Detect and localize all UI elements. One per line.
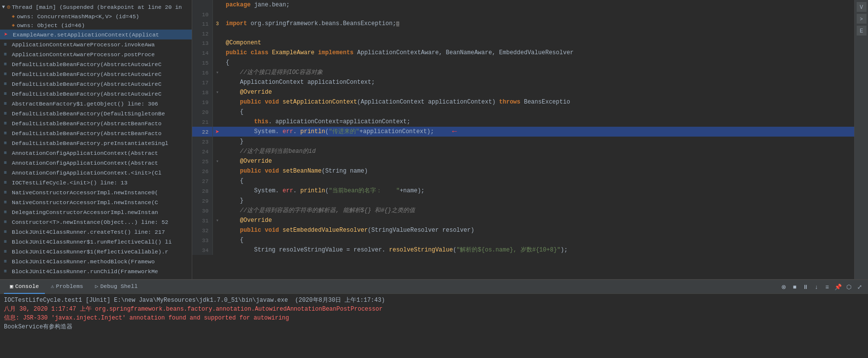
stack-frame-icon: ≡: [4, 259, 10, 264]
call-stack-item[interactable]: ≡DefaultListableBeanFactory(AbstractAuto…: [0, 69, 192, 79]
fold-icon[interactable]: ▾: [216, 70, 219, 75]
line-indicator: [213, 196, 222, 206]
stack-frame-icon: ≡: [4, 42, 10, 47]
console-newwin-btn[interactable]: ⬡: [844, 283, 853, 291]
line-indicator: [213, 186, 222, 196]
code-text: package jane.bean;: [222, 0, 854, 10]
call-stack-item-label: BlockJUnit4ClassRunner.createTest() line…: [12, 229, 165, 235]
call-stack-item-label: DefaultListableBeanFactory(AbstractAutow…: [12, 81, 162, 87]
call-stack-item[interactable]: ≡DefaultListableBeanFactory(AbstractAuto…: [0, 89, 192, 99]
owns-label-2: owns: Object (id=46): [17, 22, 85, 29]
call-stack-item[interactable]: ≡DefaultListableBeanFactory(AbstractBean…: [0, 128, 192, 138]
console-expand-btn[interactable]: ⤢: [855, 283, 864, 291]
call-stack-item[interactable]: ≡IOCTestLifeCycle.<init>() line: 13: [0, 178, 192, 187]
call-stack-item[interactable]: ≡BlockJUnit4ClassRunner$1.runReflectiveC…: [0, 237, 192, 247]
call-stack-item[interactable]: ≡DefaultListableBeanFactory(AbstractAuto…: [0, 79, 192, 89]
call-stack-item[interactable]: ≡BlockJUnit4ClassRunner.createTest() lin…: [0, 227, 192, 237]
fold-icon[interactable]: ▾: [216, 89, 219, 95]
line-indicator: [213, 245, 222, 255]
owns-item-1: ◈ owns: ConcurrentHashMap<K,V> (id=45): [0, 12, 192, 21]
code-text: //这个是得到当前bean的id: [222, 146, 854, 156]
fold-icon[interactable]: ▾: [216, 158, 219, 164]
console-stop-btn[interactable]: ■: [790, 283, 799, 291]
call-stack-item[interactable]: ≡BlockJUnit4ClassRunner.methodBlock(Fram…: [0, 256, 192, 266]
code-line: 23 }: [192, 137, 854, 146]
call-stack-item-label: NativeConstructorAccessorImpl.newInstanc…: [12, 199, 158, 206]
call-stack-item[interactable]: ➤ExampleAware.setApplicationContext(Appl…: [0, 30, 192, 39]
call-stack-item[interactable]: ≡DefaultListableBeanFactory(AbstractAuto…: [0, 59, 192, 69]
tab-debug-shell-label: Debug Shell: [100, 283, 138, 289]
code-line: 11 3 import org.springframework.beans.Be…: [192, 19, 854, 29]
console-scroll-btn[interactable]: ↓: [812, 283, 821, 291]
call-stack-item[interactable]: ≡DefaultListableBeanFactory(AbstractBean…: [0, 118, 192, 128]
call-stack-item[interactable]: ≡ApplicationContextAwareProcessor.invoke…: [0, 39, 192, 49]
right-panel-btn-1[interactable]: V: [857, 2, 867, 12]
call-stack-item[interactable]: ≡BlockJUnit4ClassRunner.runChild(Framewo…: [0, 266, 192, 276]
call-stack-item[interactable]: ≡DefaultListableBeanFactory.preInstantia…: [0, 138, 192, 148]
stack-frame-icon: ≡: [4, 170, 10, 176]
call-stack-item[interactable]: ≡DelegatingConstructorAccessorImpl.newIn…: [0, 207, 192, 217]
thread-header[interactable]: ▼ ⊙ Thread [main] (Suspended (breakpoint…: [0, 2, 192, 12]
call-stack-item[interactable]: ≡AnnotationConfigApplicationContext(Abst…: [0, 158, 192, 168]
right-panel-btn-2[interactable]: >: [857, 14, 867, 24]
console-panel: ▣ Console ⚠ Problems ▷ Debug Shell ⊗ ■ ⏸…: [0, 279, 868, 358]
stack-frame-icon: ≡: [4, 81, 10, 87]
call-stack-item[interactable]: ≡NativeConstructorAccessorImpl.newInstan…: [0, 197, 192, 207]
call-stack-item[interactable]: ≡BlockJUnit4ClassRunner$1(ReflectiveCall…: [0, 247, 192, 256]
code-text: ApplicationContext applicationContext;: [222, 77, 854, 87]
right-panel-btn-3[interactable]: E: [857, 26, 867, 36]
call-stack-item[interactable]: ≡AbstractBeanFactory$1.getObject() line:…: [0, 99, 192, 108]
line-indicator: [213, 166, 222, 176]
code-text: System. err. println("当前bean的名字： "+name)…: [222, 186, 854, 196]
line-gutter: 23: [192, 137, 213, 146]
call-stack-item-label: ApplicationContextAwareProcessor.invokeA…: [12, 41, 155, 48]
execution-arrow-icon: ➤: [4, 31, 11, 38]
stack-frame-icon: ≡: [4, 111, 10, 116]
right-panel: V > E: [854, 0, 868, 279]
stack-frame-icon: ≡: [4, 269, 10, 274]
console-pin-btn[interactable]: 📌: [833, 283, 842, 291]
call-stack-item[interactable]: ≡Constructor<T>.newInstance(Object...) l…: [0, 217, 192, 227]
line-gutter: 33: [192, 235, 213, 245]
call-stack-item[interactable]: ≡DefaultListableBeanFactory(DefaultSingl…: [0, 108, 192, 118]
code-text: this. applicationContext=applicationCont…: [222, 117, 854, 127]
console-pause-btn[interactable]: ⏸: [801, 283, 810, 291]
code-text: @Override: [222, 87, 854, 97]
code-line: 27 {: [192, 176, 854, 186]
line-indicator: [213, 38, 222, 48]
stack-frame-icon: ≡: [4, 160, 10, 166]
code-line: 30 //这个是得到容器的字符串的解析器, 能解析${} 和#{}之类的值: [192, 206, 854, 215]
line-gutter: 25: [192, 156, 213, 166]
stack-frame-icon: ≡: [4, 190, 10, 195]
line-indicator: [213, 77, 222, 87]
call-stack-item-label: BlockJUnit4ClassRunner.methodBlock(Frame…: [12, 258, 155, 265]
code-editor[interactable]: package jane.bean; 10 11 3 import org.sp…: [192, 0, 854, 279]
call-stack-item[interactable]: ≡ApplicationContextAwareProcessor.postPr…: [0, 49, 192, 59]
code-text: @Override: [222, 215, 854, 225]
line-gutter: 26: [192, 166, 213, 176]
call-stack-item-label: DefaultListableBeanFactory(AbstractAutow…: [12, 71, 162, 77]
fold-icon[interactable]: ▾: [216, 217, 219, 223]
console-wrap-btn[interactable]: ≡: [823, 283, 832, 291]
code-text: {: [222, 107, 854, 117]
call-stack-item-label: DefaultListableBeanFactory(AbstractAutow…: [12, 61, 162, 68]
stack-frame-icon: ≡: [4, 62, 10, 67]
stack-frame-icon: ≡: [4, 121, 10, 126]
line-indicator: ▾: [213, 215, 222, 225]
call-stack-item-label: AbstractBeanFactory$1.getObject() line: …: [12, 101, 158, 107]
call-stack-item[interactable]: ≡AnnotationConfigApplicationContext.<ini…: [0, 168, 192, 178]
code-line: 12: [192, 29, 854, 38]
tab-problems[interactable]: ⚠ Problems: [45, 280, 89, 294]
stack-frame-icon: ≡: [4, 219, 10, 225]
tab-console[interactable]: ▣ Console: [4, 280, 45, 294]
tab-debug-shell[interactable]: ▷ Debug Shell: [89, 280, 144, 294]
code-text: }: [222, 196, 854, 206]
console-clear-btn[interactable]: ⊗: [779, 283, 788, 291]
code-content: package jane.bean; 10 11 3 import org.sp…: [192, 0, 854, 255]
code-text: [222, 29, 854, 38]
code-text: @Override: [222, 156, 854, 166]
console-toolbar: ⊗ ■ ⏸ ↓ ≡ 📌 ⬡ ⤢: [779, 283, 864, 291]
call-stack-item[interactable]: ≡NativeConstructorAccessorImpl.newInstan…: [0, 187, 192, 197]
call-stack-item[interactable]: ≡AnnotationConfigApplicationContext(Abst…: [0, 148, 192, 158]
owns-icon-2: ◈: [12, 22, 15, 28]
